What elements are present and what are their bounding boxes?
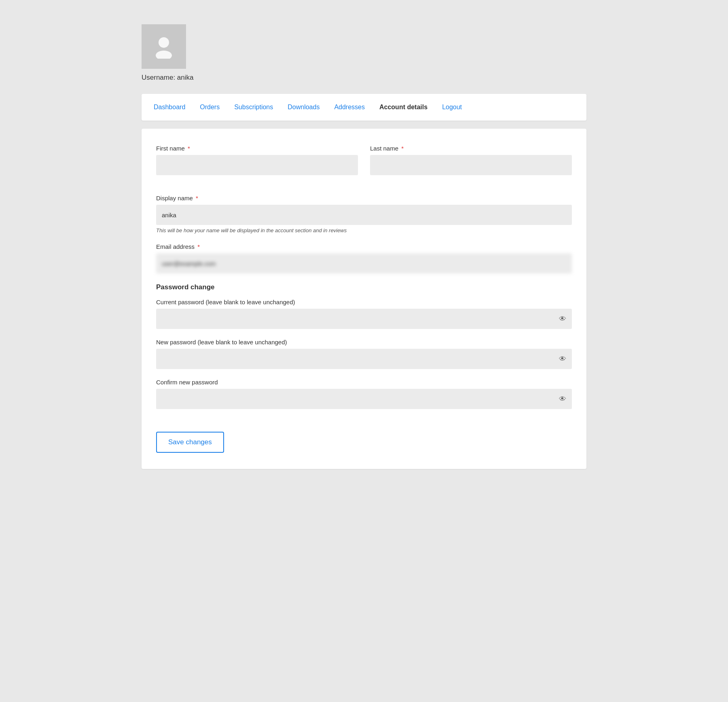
current-password-group: Current password (leave blank to leave u… <box>156 299 572 329</box>
name-row: First name * Last name * <box>156 145 572 185</box>
email-group: Email address * <box>156 243 572 274</box>
nav-list: Dashboard Orders Subscriptions Downloads… <box>154 104 574 111</box>
confirm-password-group: Confirm new password 👁 <box>156 379 572 409</box>
nav-link-downloads[interactable]: Downloads <box>288 104 320 110</box>
password-section-heading: Password change <box>156 283 572 291</box>
email-label: Email address * <box>156 243 572 250</box>
last-name-group: Last name * <box>370 145 572 185</box>
current-password-label: Current password (leave blank to leave u… <box>156 299 572 305</box>
confirm-password-wrapper: 👁 <box>156 389 572 409</box>
nav-item-dashboard[interactable]: Dashboard <box>154 104 185 111</box>
nav-link-dashboard[interactable]: Dashboard <box>154 104 185 110</box>
save-changes-button[interactable]: Save changes <box>156 432 224 453</box>
display-name-input[interactable] <box>156 205 572 225</box>
confirm-password-toggle-btn[interactable]: 👁 <box>559 395 566 403</box>
first-name-required: * <box>186 145 190 152</box>
avatar <box>142 24 186 69</box>
current-password-wrapper: 👁 <box>156 309 572 329</box>
new-password-group: New password (leave blank to leave uncha… <box>156 339 572 369</box>
nav-item-orders[interactable]: Orders <box>200 104 220 111</box>
confirm-password-input[interactable] <box>156 389 572 409</box>
new-password-label: New password (leave blank to leave uncha… <box>156 339 572 346</box>
username-label: Username: anika <box>142 74 194 82</box>
nav-link-subscriptions[interactable]: Subscriptions <box>234 104 273 110</box>
form-card: First name * Last name * Display name * … <box>142 129 586 469</box>
new-password-input[interactable] <box>156 349 572 369</box>
first-name-group: First name * <box>156 145 358 175</box>
first-name-input[interactable] <box>156 155 358 175</box>
display-name-group: Display name * This will be how your nam… <box>156 195 572 233</box>
nav-item-subscriptions[interactable]: Subscriptions <box>234 104 273 111</box>
display-name-hint: This will be how your name will be displ… <box>156 227 572 233</box>
nav-item-logout[interactable]: Logout <box>442 104 462 111</box>
eye-icon: 👁 <box>559 315 566 323</box>
display-name-label: Display name * <box>156 195 572 201</box>
email-required: * <box>196 243 200 250</box>
nav-link-logout[interactable]: Logout <box>442 104 462 110</box>
nav-item-addresses[interactable]: Addresses <box>334 104 365 111</box>
last-name-required: * <box>400 145 404 152</box>
new-password-toggle-btn[interactable]: 👁 <box>559 355 566 363</box>
svg-point-0 <box>159 37 169 48</box>
eye-icon-confirm: 👁 <box>559 395 566 403</box>
eye-icon-new: 👁 <box>559 355 566 363</box>
nav-item-account-details[interactable]: Account details <box>379 104 427 111</box>
nav-link-orders[interactable]: Orders <box>200 104 220 110</box>
nav-item-downloads[interactable]: Downloads <box>288 104 320 111</box>
new-password-wrapper: 👁 <box>156 349 572 369</box>
current-password-toggle-btn[interactable]: 👁 <box>559 315 566 323</box>
nav-link-addresses[interactable]: Addresses <box>334 104 365 110</box>
confirm-password-label: Confirm new password <box>156 379 572 386</box>
nav-card: Dashboard Orders Subscriptions Downloads… <box>142 94 586 121</box>
email-input[interactable] <box>156 253 572 274</box>
current-password-input[interactable] <box>156 309 572 329</box>
svg-point-1 <box>156 51 172 59</box>
nav-link-account-details[interactable]: Account details <box>379 104 427 110</box>
person-icon <box>152 34 176 59</box>
first-name-label: First name * <box>156 145 358 152</box>
account-nav: Dashboard Orders Subscriptions Downloads… <box>154 104 574 111</box>
last-name-label: Last name * <box>370 145 572 152</box>
page-wrapper: Username: anika Dashboard Orders Subscri… <box>142 24 586 469</box>
display-name-required: * <box>194 195 198 201</box>
last-name-input[interactable] <box>370 155 572 175</box>
profile-section: Username: anika <box>142 24 586 82</box>
